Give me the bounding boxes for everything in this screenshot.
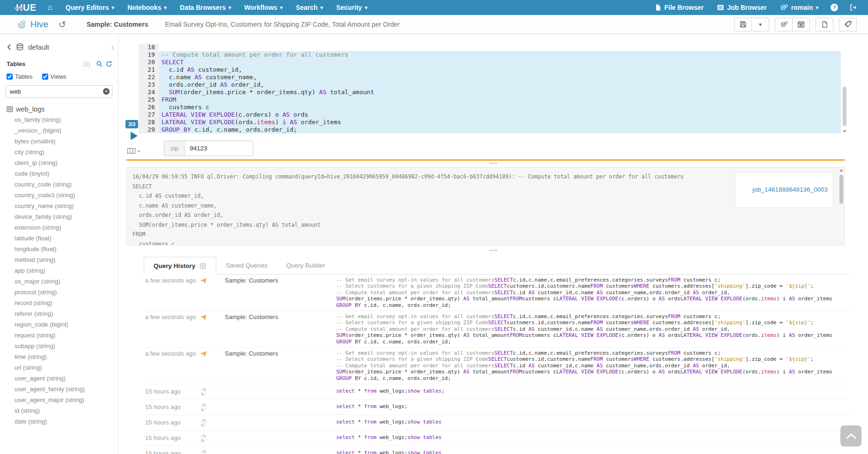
log-scrollbar[interactable] <box>839 168 844 245</box>
column-item[interactable]: record (string) <box>0 298 118 308</box>
column-item[interactable]: os_family (string) <box>0 114 118 125</box>
job-browser-button[interactable]: Job Browser <box>710 0 773 15</box>
database-name[interactable]: default <box>28 43 49 51</box>
history-row[interactable]: 15 hours agoselect * from web_logs; <box>144 399 849 415</box>
column-item[interactable]: longitude (float) <box>0 244 118 254</box>
scroll-to-top-button[interactable] <box>840 425 861 447</box>
column-item[interactable]: user_agent_family (string) <box>0 384 118 394</box>
column-item[interactable]: code (tinyint) <box>0 168 118 179</box>
hue-logo[interactable]: HUE <box>16 2 37 13</box>
resize-handle[interactable] <box>118 250 868 251</box>
editor-line[interactable]: 26 customers c <box>139 104 847 111</box>
editor-line[interactable]: 22 c.name AS customer_name, <box>139 74 847 81</box>
column-item[interactable]: country_code3 (string) <box>0 190 118 201</box>
history-row[interactable]: a few seconds agoSample: Customers-- Get… <box>144 347 849 384</box>
nav-notebooks[interactable]: Notebooks▾ <box>121 0 173 15</box>
column-item[interactable]: protocol (string) <box>0 287 118 298</box>
column-item[interactable]: client_ip (string) <box>0 157 118 168</box>
schedule-button[interactable] <box>792 18 810 31</box>
column-item[interactable]: _version_ (bigint) <box>0 125 118 136</box>
variables-toggle[interactable]: ▾ <box>127 147 140 155</box>
sql-editor[interactable]: 1819-- Compute total amount per order fo… <box>139 44 847 134</box>
filter-views[interactable]: Views <box>42 73 66 80</box>
editor-line[interactable]: 20SELECT <box>139 59 847 66</box>
clear-filter-icon[interactable]: ✕ <box>103 88 110 95</box>
nav-search[interactable]: Search▾ <box>289 0 330 15</box>
tags-button[interactable] <box>839 18 857 31</box>
tables-checkbox[interactable] <box>7 74 13 80</box>
editor-line[interactable]: 23 ords.order_id AS order_id, <box>139 81 847 89</box>
column-item[interactable]: app (string) <box>0 265 118 276</box>
tab-query-builder[interactable]: Query Builder <box>277 257 335 274</box>
history-row[interactable]: 15 hours agoselect * from web_logs;show … <box>144 446 849 454</box>
column-item[interactable]: time (string) <box>0 351 118 362</box>
column-item[interactable]: city (string) <box>0 147 118 157</box>
editor-line[interactable]: 18 <box>139 44 847 51</box>
views-checkbox[interactable] <box>42 74 48 80</box>
nav-workflows[interactable]: Workflows▾ <box>238 0 289 15</box>
column-item[interactable]: date (string) <box>0 416 118 427</box>
settings-button[interactable] <box>775 18 793 31</box>
home-button[interactable]: ⌂ <box>41 0 59 15</box>
file-browser-button[interactable]: File Browser <box>648 0 710 15</box>
column-item[interactable]: os_major (string) <box>0 276 118 287</box>
history-query-name: Sample: Customers <box>225 350 336 357</box>
editor-line[interactable]: 24 SUM(order_items.price * order_items.q… <box>139 89 847 96</box>
editor-line[interactable]: 28LATERAL VIEW EXPLODE(ords.items) i AS … <box>139 119 847 126</box>
back-chevron-icon[interactable] <box>7 44 12 51</box>
column-item[interactable]: device_family (string) <box>0 211 118 222</box>
unlink-icon <box>200 450 207 454</box>
table-filter-input[interactable] <box>6 85 112 98</box>
history-row[interactable]: a few seconds agoSample: Customers-- Get… <box>144 311 849 347</box>
editor-line[interactable]: 29GROUP BY c.id, c.name, ords.order_id; <box>139 126 847 134</box>
editor-line[interactable]: 27LATERAL VIEW EXPLODE(c.orders) o AS or… <box>139 111 847 119</box>
logout-button[interactable] <box>844 0 862 15</box>
save-options-button[interactable]: ▾ <box>751 18 769 31</box>
column-item[interactable]: url (string) <box>0 362 118 373</box>
zip-variable-input[interactable] <box>185 141 253 156</box>
history-row[interactable]: a few seconds agoSample: Customers-- Get… <box>144 275 849 311</box>
user-menu[interactable]: romain ▾ <box>773 0 825 15</box>
query-title[interactable]: Sample: Customers <box>87 21 148 28</box>
column-item[interactable]: method (string) <box>0 254 118 265</box>
column-item[interactable]: subapp (string) <box>0 341 118 351</box>
editor-line[interactable]: 19-- Compute total amount per order for … <box>139 51 847 59</box>
column-item[interactable]: request (string) <box>0 330 118 341</box>
execute-button[interactable] <box>131 132 138 140</box>
save-button[interactable] <box>734 18 752 31</box>
column-item[interactable]: region_code (bigint) <box>0 319 118 330</box>
nav-security[interactable]: Security▾ <box>330 0 374 15</box>
table-item[interactable]: web_logs <box>0 104 118 114</box>
column-item[interactable]: id (string) <box>0 405 118 416</box>
tab-saved-queries[interactable]: Saved Queries <box>216 257 277 274</box>
history-timestamp: a few seconds ago <box>144 277 200 284</box>
column-item[interactable]: country_code (string) <box>0 179 118 190</box>
column-item[interactable]: country_name (string) <box>0 201 118 211</box>
column-item[interactable]: latitude (float) <box>0 233 118 244</box>
search-icon[interactable] <box>96 60 103 67</box>
tab-query-history[interactable]: Query History <box>144 257 216 275</box>
column-item[interactable]: bytes (smallint) <box>0 136 118 147</box>
editor-scrollbar[interactable] <box>842 44 847 134</box>
filter-tables[interactable]: Tables <box>7 73 33 80</box>
history-row[interactable]: 15 hours agoselect * from web_logs;show … <box>144 430 849 446</box>
query-history-icon[interactable]: ↺ <box>59 19 66 30</box>
editor-line[interactable]: 25FROM <box>139 96 847 104</box>
refresh-icon[interactable] <box>105 60 112 67</box>
column-item[interactable]: extension (string) <box>0 222 118 233</box>
history-row[interactable]: 15 hours agoselect * from web_logs;show … <box>144 384 849 399</box>
column-item[interactable]: user_agent_major (string) <box>0 394 118 405</box>
history-row[interactable]: 15 hours agoselect * from web_logs;show … <box>144 415 849 430</box>
calendar-clear-icon[interactable] <box>199 262 206 269</box>
calendar-icon <box>797 21 805 28</box>
collapse-panel-icon[interactable] <box>111 45 115 51</box>
editor-line[interactable]: 21 c.id AS customer_id, <box>139 66 847 74</box>
new-document-button[interactable] <box>816 18 833 31</box>
nav-query-editors[interactable]: Query Editors▾ <box>59 0 121 15</box>
column-item[interactable]: user_agent (string) <box>0 373 118 384</box>
column-item[interactable]: referer (string) <box>0 308 118 319</box>
job-link[interactable]: job_1461888648136_0003 <box>752 186 828 193</box>
resize-handle[interactable] <box>118 163 868 164</box>
help-button[interactable]: ? <box>825 0 844 15</box>
nav-data-browsers[interactable]: Data Browsers▾ <box>173 0 238 15</box>
